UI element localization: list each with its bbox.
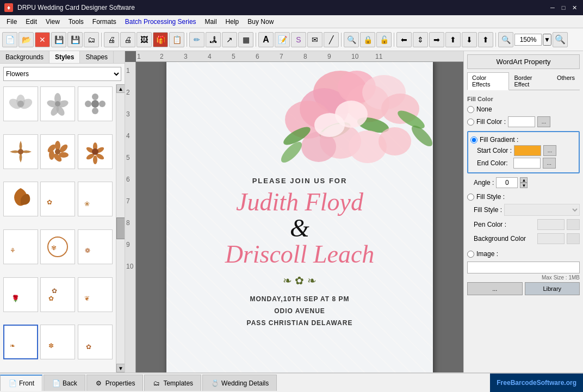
scroll-thumb[interactable]: [116, 217, 125, 239]
tb-zoom-fit[interactable]: 🔍: [344, 32, 359, 47]
tab-front[interactable]: 📄 Front: [0, 375, 42, 391]
tb-barcode[interactable]: ▦: [238, 32, 253, 47]
tab-templates[interactable]: 🗂 Templates: [144, 375, 201, 391]
fill-style-select[interactable]: [504, 204, 580, 216]
pattern-item[interactable]: ✿: [78, 325, 113, 359]
menu-mail[interactable]: Mail: [201, 17, 221, 27]
name2[interactable]: Driscoll Leach: [166, 241, 433, 267]
zoom-input[interactable]: [514, 34, 542, 46]
tb-open[interactable]: 📂: [18, 32, 34, 47]
image-path-input[interactable]: [467, 262, 580, 273]
menu-edit[interactable]: Edit: [21, 17, 41, 27]
tb-new[interactable]: 📄: [2, 32, 17, 47]
pattern-item[interactable]: [40, 134, 75, 169]
tb-vert1[interactable]: ⇕: [413, 32, 428, 47]
pattern-item[interactable]: [40, 86, 75, 121]
tb-zoom-out[interactable]: 🔍: [498, 32, 513, 47]
tab-shapes[interactable]: Shapes: [80, 51, 114, 63]
tb-arrow[interactable]: ↗: [222, 32, 237, 47]
menu-batch[interactable]: Batch Processing Series: [121, 17, 201, 27]
pattern-item[interactable]: ✽: [40, 325, 75, 359]
fill-color-box[interactable]: [508, 116, 535, 127]
tb-text[interactable]: A: [258, 32, 274, 47]
pattern-item[interactable]: [78, 86, 113, 121]
start-color-box[interactable]: [514, 145, 541, 156]
tab-others[interactable]: Others: [552, 72, 580, 90]
tb-save[interactable]: 💾: [51, 32, 66, 47]
tab-back[interactable]: 📄 Back: [44, 375, 85, 391]
pattern-item[interactable]: ❁: [78, 229, 113, 264]
scroll-down[interactable]: ▼: [116, 364, 125, 372]
scroll-bar[interactable]: ▲ ▼: [116, 84, 125, 372]
angle-up[interactable]: ▲: [520, 177, 528, 183]
tb-save2[interactable]: 💾: [67, 32, 83, 47]
menu-buynow[interactable]: Buy Now: [243, 17, 278, 27]
end-color-button[interactable]: …: [543, 158, 556, 169]
tab-color-effects[interactable]: Color Effects: [467, 72, 509, 90]
pattern-item[interactable]: ❦: [78, 277, 113, 312]
image-browse-button[interactable]: ...: [467, 282, 523, 295]
tb-img3[interactable]: 📋: [169, 32, 184, 47]
tb-up[interactable]: ⬆: [445, 32, 461, 47]
tb-zoom-in[interactable]: 🔍: [553, 32, 568, 47]
pattern-item-selected[interactable]: ❧: [3, 325, 38, 359]
tb-text2[interactable]: 📝: [275, 32, 290, 47]
tab-border-effect[interactable]: Border Effect: [509, 72, 552, 90]
menu-tools[interactable]: Tools: [64, 17, 88, 27]
fill-color-button[interactable]: …: [537, 116, 550, 127]
tb-draw[interactable]: ✏: [189, 32, 204, 47]
tb-wordart[interactable]: S: [291, 32, 306, 47]
end-color-box[interactable]: [513, 158, 541, 169]
tb-download[interactable]: ⬇: [462, 32, 477, 47]
scroll-up[interactable]: ▲: [116, 84, 125, 93]
tb-image-insert[interactable]: 🏞: [206, 32, 221, 47]
tb-fwd[interactable]: ➡: [429, 32, 444, 47]
tb-print[interactable]: 🖨: [104, 32, 119, 47]
image-library-button[interactable]: Library: [525, 282, 580, 295]
tb-back[interactable]: ⬅: [396, 32, 412, 47]
tab-backgrounds[interactable]: Backgrounds: [0, 51, 49, 63]
tb-print2[interactable]: 🖨: [120, 32, 135, 47]
pattern-item[interactable]: ✿✿: [40, 277, 75, 312]
category-select[interactable]: Flowers Animals Borders Frames: [3, 67, 121, 81]
zoom-dropdown[interactable]: ▼: [543, 34, 551, 46]
menu-view[interactable]: View: [41, 17, 64, 27]
radio-none[interactable]: [467, 106, 474, 113]
maximize-button[interactable]: □: [559, 3, 568, 12]
tb-up2[interactable]: ⬆: [478, 32, 493, 47]
tab-wedding-details[interactable]: 💍 Wedding Details: [202, 375, 277, 391]
radio-fill-style[interactable]: [467, 194, 474, 201]
pattern-item[interactable]: ❀: [78, 182, 113, 216]
tb-mail[interactable]: ✉: [307, 32, 322, 47]
menu-formats[interactable]: Formats: [88, 17, 121, 27]
pattern-item[interactable]: [3, 134, 38, 169]
pattern-item[interactable]: ✿: [40, 182, 75, 216]
menu-file[interactable]: File: [2, 17, 21, 27]
pattern-item[interactable]: ✾: [40, 229, 75, 264]
tb-lock[interactable]: 🔒: [360, 32, 375, 47]
tb-close[interactable]: ✕: [35, 32, 50, 47]
name1[interactable]: Judith Floyd: [166, 189, 433, 215]
pattern-item[interactable]: [78, 134, 113, 169]
minimize-button[interactable]: ─: [548, 3, 557, 12]
close-button[interactable]: ✕: [570, 3, 579, 12]
pattern-item[interactable]: [3, 86, 38, 121]
menu-help[interactable]: Help: [221, 17, 244, 27]
tab-styles[interactable]: Styles: [49, 51, 80, 63]
pattern-item[interactable]: [3, 182, 38, 216]
angle-down[interactable]: ▼: [520, 183, 528, 188]
radio-image[interactable]: [467, 251, 474, 258]
ampersand[interactable]: &: [166, 215, 433, 241]
tb-img2[interactable]: 🎁: [153, 32, 168, 47]
tb-lock2[interactable]: 🔓: [376, 32, 392, 47]
wedding-card[interactable]: PLEASE JOIN US FOR Judith Floyd & Drisco…: [166, 62, 433, 372]
tb-save3[interactable]: 🗂: [84, 32, 99, 47]
radio-fill-color[interactable]: [467, 119, 474, 126]
tb-line[interactable]: ╱: [324, 32, 339, 47]
pattern-item[interactable]: ⚘: [3, 229, 38, 264]
pattern-item[interactable]: 🌹: [3, 277, 38, 312]
tb-img[interactable]: 🖼: [137, 32, 152, 47]
start-color-button[interactable]: …: [543, 145, 556, 156]
tab-properties[interactable]: ⚙ Properties: [86, 375, 144, 391]
angle-input[interactable]: [496, 177, 518, 188]
